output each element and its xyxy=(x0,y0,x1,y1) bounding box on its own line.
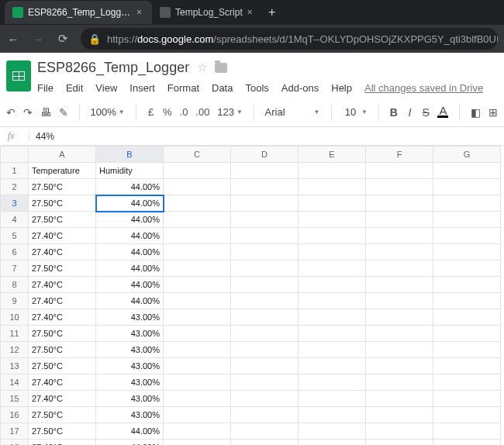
cell-A11[interactable]: 27.50°C xyxy=(29,326,96,342)
cell-C11[interactable] xyxy=(164,326,231,342)
row-header-1[interactable]: 1 xyxy=(1,163,29,179)
cell-D16[interactable] xyxy=(231,407,299,423)
cell-E4[interactable] xyxy=(299,212,366,228)
cell-B1[interactable]: Humidity xyxy=(96,163,164,179)
col-header-D[interactable]: D xyxy=(231,147,299,163)
cell-G16[interactable] xyxy=(433,407,501,423)
cell-A12[interactable]: 27.50°C xyxy=(29,342,96,358)
cell-F10[interactable] xyxy=(366,309,433,326)
cell-D8[interactable] xyxy=(231,277,299,293)
menu-help[interactable]: Help xyxy=(331,82,352,94)
cell-D17[interactable] xyxy=(231,423,299,440)
cell-B14[interactable]: 43.00% xyxy=(96,374,164,391)
row-header-9[interactable]: 9 xyxy=(1,293,29,309)
cell-G8[interactable] xyxy=(433,277,501,293)
percent-button[interactable]: % xyxy=(163,106,172,118)
cell-C15[interactable] xyxy=(164,391,231,407)
row-header-4[interactable]: 4 xyxy=(1,212,29,228)
increase-decimal-button[interactable]: .00 xyxy=(195,106,209,118)
cell-B3[interactable]: 44.00% xyxy=(96,195,164,212)
cell-A5[interactable]: 27.40°C xyxy=(29,228,96,244)
cell-E14[interactable] xyxy=(299,374,366,391)
format-dropdown[interactable]: 123▼ xyxy=(217,106,243,118)
sheets-logo-icon[interactable] xyxy=(6,60,31,91)
row-header-13[interactable]: 13 xyxy=(1,358,29,374)
row-header-3[interactable]: 3 xyxy=(1,195,29,212)
menu-data[interactable]: Data xyxy=(212,82,233,94)
cell-C3[interactable] xyxy=(164,195,231,212)
cell-A18[interactable]: 27.40°C xyxy=(29,440,96,446)
zoom-dropdown[interactable]: 100%▼ xyxy=(91,106,125,118)
menu-view[interactable]: View xyxy=(95,82,117,94)
menu-file[interactable]: File xyxy=(37,82,54,94)
cell-D2[interactable] xyxy=(231,179,299,195)
cell-D12[interactable] xyxy=(231,342,299,358)
col-header-B[interactable]: B xyxy=(96,147,164,163)
star-icon[interactable]: ☆ xyxy=(197,60,207,74)
cell-A2[interactable]: 27.50°C xyxy=(29,179,96,195)
folder-icon[interactable] xyxy=(215,63,227,73)
italic-button[interactable]: I xyxy=(406,106,414,119)
font-dropdown[interactable]: Arial▼ xyxy=(265,106,320,118)
cell-D7[interactable] xyxy=(231,260,299,277)
cell-E12[interactable] xyxy=(299,342,366,358)
cell-E9[interactable] xyxy=(299,293,366,309)
cell-B18[interactable]: 44.00% xyxy=(96,440,164,446)
col-header-C[interactable]: C xyxy=(164,147,231,163)
cell-C13[interactable] xyxy=(164,358,231,374)
cell-G17[interactable] xyxy=(433,423,501,440)
cell-B7[interactable]: 44.00% xyxy=(96,260,164,277)
cell-F11[interactable] xyxy=(366,326,433,342)
cell-D9[interactable] xyxy=(231,293,299,309)
row-header-14[interactable]: 14 xyxy=(1,374,29,391)
cell-G5[interactable] xyxy=(433,228,501,244)
row-header-15[interactable]: 15 xyxy=(1,391,29,407)
col-header-E[interactable]: E xyxy=(299,147,366,163)
cell-G13[interactable] xyxy=(433,358,501,374)
cell-A1[interactable]: Temperature xyxy=(29,163,96,179)
cell-B16[interactable]: 43.00% xyxy=(96,407,164,423)
url-bar[interactable]: 🔒 https://docs.google.com/spreadsheets/d… xyxy=(81,28,498,50)
cell-E3[interactable] xyxy=(299,195,366,212)
paint-format-icon[interactable]: ✎ xyxy=(59,106,68,119)
print-icon[interactable]: 🖶 xyxy=(40,106,51,119)
cell-G15[interactable] xyxy=(433,391,501,407)
new-tab-button[interactable]: + xyxy=(263,5,281,19)
decrease-decimal-button[interactable]: .0 xyxy=(180,106,188,118)
cell-F5[interactable] xyxy=(366,228,433,244)
cell-D6[interactable] xyxy=(231,244,299,260)
cell-C2[interactable] xyxy=(164,179,231,195)
cell-B17[interactable]: 44.00% xyxy=(96,423,164,440)
browser-tab[interactable]: TempLog_Script × xyxy=(152,1,263,24)
row-header-6[interactable]: 6 xyxy=(1,244,29,260)
fontsize-dropdown[interactable]: 10▼ xyxy=(342,106,368,118)
row-header-8[interactable]: 8 xyxy=(1,277,29,293)
row-header-10[interactable]: 10 xyxy=(1,309,29,326)
cell-F17[interactable] xyxy=(366,423,433,440)
cell-C6[interactable] xyxy=(164,244,231,260)
cell-C18[interactable] xyxy=(164,440,231,446)
cell-F4[interactable] xyxy=(366,212,433,228)
cell-C16[interactable] xyxy=(164,407,231,423)
row-header-16[interactable]: 16 xyxy=(1,407,29,423)
fill-color-icon[interactable]: ◧ xyxy=(471,106,481,119)
cell-C5[interactable] xyxy=(164,228,231,244)
cell-A7[interactable]: 27.50°C xyxy=(29,260,96,277)
text-color-button[interactable]: A xyxy=(437,106,448,118)
cell-G18[interactable] xyxy=(433,440,501,446)
bold-button[interactable]: B xyxy=(390,106,399,119)
cell-E5[interactable] xyxy=(299,228,366,244)
col-header-A[interactable]: A xyxy=(29,147,96,163)
browser-tab-active[interactable]: ESP8266_Temp_Logger - Google × xyxy=(5,1,152,24)
cell-G14[interactable] xyxy=(433,374,501,391)
close-tab-icon[interactable]: × xyxy=(136,7,144,18)
row-header-5[interactable]: 5 xyxy=(1,228,29,244)
cell-G1[interactable] xyxy=(433,163,501,179)
cell-A8[interactable]: 27.40°C xyxy=(29,277,96,293)
cell-E13[interactable] xyxy=(299,358,366,374)
save-status[interactable]: All changes saved in Drive xyxy=(364,82,483,94)
cell-B6[interactable]: 44.00% xyxy=(96,244,164,260)
cell-G12[interactable] xyxy=(433,342,501,358)
cell-E18[interactable] xyxy=(299,440,366,446)
cell-C8[interactable] xyxy=(164,277,231,293)
